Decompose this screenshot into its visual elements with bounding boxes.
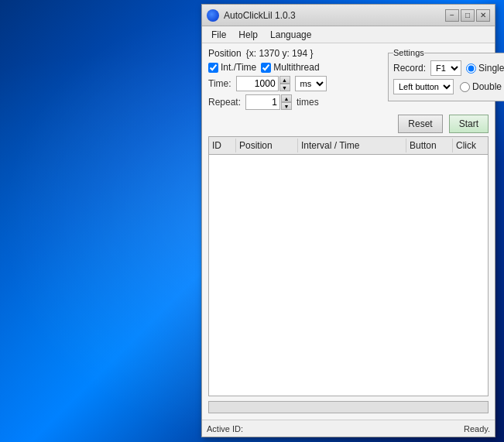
time-down-arrow[interactable]: ▼ — [279, 84, 290, 91]
titlebar-buttons: − □ ✕ — [445, 9, 490, 22]
progress-area — [208, 401, 489, 413]
repeat-down-arrow[interactable]: ▼ — [281, 102, 292, 110]
restore-button[interactable]: □ — [461, 9, 475, 22]
settings-legend: Settings — [393, 48, 424, 57]
content-area: Position {x: 1370 y: 194 } Int./Time Mul… — [202, 43, 495, 420]
multithread-label: Multithread — [273, 62, 319, 73]
col-button: Button — [406, 139, 453, 152]
active-id-label: Active ID: — [207, 424, 243, 433]
double-label: Double — [472, 81, 502, 92]
status-text: Ready. — [464, 424, 490, 433]
multithread-checkbox[interactable] — [261, 63, 271, 73]
window-title: AutoClickLil 1.0.3 — [224, 10, 445, 21]
minimize-button[interactable]: − — [445, 9, 459, 22]
main-window: AutoClickLil 1.0.3 − □ ✕ File Help Langu… — [201, 4, 495, 437]
single-label: Single — [478, 63, 504, 74]
start-button[interactable]: Start — [449, 115, 489, 133]
repeat-up-arrow[interactable]: ▲ — [281, 94, 292, 102]
checkboxes-row: Int./Time Multithread — [208, 62, 382, 73]
table-body — [209, 155, 488, 396]
int-time-checkbox[interactable] — [208, 63, 218, 73]
menubar: File Help Language — [202, 26, 495, 43]
reset-button[interactable]: Reset — [398, 115, 442, 133]
left-controls: Position {x: 1370 y: 194 } Int./Time Mul… — [208, 48, 382, 110]
time-row: Time: ▲ ▼ ms s — [208, 76, 382, 91]
menu-file[interactable]: File — [205, 28, 232, 42]
repeat-input[interactable] — [245, 94, 280, 110]
col-interval: Interval / Time — [298, 139, 406, 152]
main-section: Position {x: 1370 y: 194 } Int./Time Mul… — [208, 48, 489, 110]
menu-language[interactable]: Language — [264, 28, 317, 42]
record-row: Record: F1 F2 F3 Single — [393, 60, 504, 76]
repeat-label: Repeat: — [208, 97, 241, 108]
repeat-spinner-arrows: ▲ ▼ — [281, 94, 292, 110]
action-buttons-row: Reset Start — [208, 115, 489, 133]
col-position: Position — [236, 139, 298, 152]
record-select[interactable]: F1 F2 F3 — [430, 60, 461, 76]
repeat-unit: times — [297, 97, 319, 108]
col-click: Click — [453, 139, 488, 152]
double-radio-label[interactable]: Double — [460, 81, 502, 92]
menu-help[interactable]: Help — [232, 28, 264, 42]
repeat-spinner: ▲ ▼ — [245, 94, 292, 110]
position-row: Position {x: 1370 y: 194 } — [208, 48, 382, 59]
time-unit-select[interactable]: ms s — [295, 76, 327, 91]
multithread-checkbox-label[interactable]: Multithread — [261, 62, 319, 73]
time-label: Time: — [208, 78, 231, 89]
button-type-row: Left button Right button Middle button D… — [393, 79, 504, 94]
button-select[interactable]: Left button Right button Middle button — [393, 79, 454, 94]
double-radio[interactable] — [460, 82, 470, 92]
col-id: ID — [209, 139, 236, 152]
time-spinner: ▲ ▼ — [236, 76, 290, 91]
app-icon — [207, 9, 219, 22]
table-area: ID Position Interval / Time Button Click — [208, 136, 489, 396]
statusbar: Active ID: Ready. — [202, 420, 495, 437]
titlebar: AutoClickLil 1.0.3 − □ ✕ — [202, 5, 495, 26]
record-label: Record: — [393, 63, 426, 74]
int-time-checkbox-label[interactable]: Int./Time — [208, 62, 256, 73]
position-value: {x: 1370 y: 194 } — [246, 48, 314, 59]
position-label: Position — [208, 48, 242, 59]
time-spinner-arrows: ▲ ▼ — [279, 76, 290, 91]
table-header: ID Position Interval / Time Button Click — [209, 137, 488, 155]
time-input[interactable] — [236, 76, 279, 91]
time-up-arrow[interactable]: ▲ — [279, 76, 290, 84]
int-time-label: Int./Time — [221, 62, 256, 73]
single-radio[interactable] — [466, 63, 476, 74]
single-radio-label[interactable]: Single — [466, 63, 504, 74]
repeat-row: Repeat: ▲ ▼ times — [208, 94, 382, 110]
right-settings: Settings Record: F1 F2 F3 Single — [388, 48, 489, 110]
close-button[interactable]: ✕ — [476, 9, 490, 22]
